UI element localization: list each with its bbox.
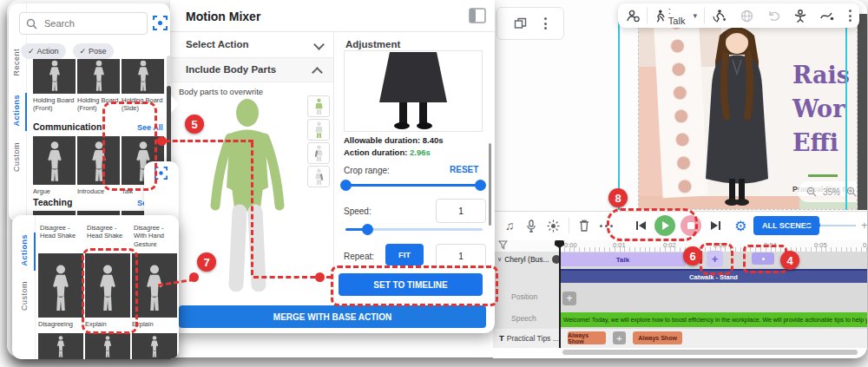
timeline-hscrollbar[interactable]: [562, 350, 858, 355]
crop-reset-button[interactable]: RESET: [450, 165, 478, 174]
tab-actions-2-indicator: [34, 233, 36, 271]
action-thumb[interactable]: [132, 333, 177, 359]
action-thumb-label: Introduce: [77, 187, 104, 195]
skip-end-button[interactable]: [704, 220, 727, 231]
search-bar[interactable]: [19, 12, 148, 35]
zoom-value: 35%: [823, 187, 840, 197]
body-part-left-arm-toggle[interactable]: [307, 142, 330, 164]
focus-mode-icon[interactable]: [153, 16, 168, 30]
slide-title-line2: Wor: [792, 92, 858, 126]
add-text-button[interactable]: +: [613, 331, 626, 344]
action-thumb-label: Holding Board (Front): [33, 96, 76, 113]
body-part-lower-toggle[interactable]: [307, 119, 330, 141]
crop-range-handle-left[interactable]: [340, 180, 352, 191]
chevron-down-icon: ∨: [497, 256, 502, 263]
crop-range-slider[interactable]: [345, 184, 483, 187]
app-screenshot: Rais Wor Effi Practical Tips to 35% : Ta…: [0, 0, 868, 367]
annotation-line: [251, 142, 253, 275]
layers-icon[interactable]: [514, 17, 527, 30]
speed-slider-handle[interactable]: [362, 224, 373, 235]
mixer-title: Motion Mixer: [186, 10, 260, 23]
more-options-icon[interactable]: [544, 17, 547, 29]
plus-icon: +: [566, 292, 572, 305]
body-part-right-arm-toggle[interactable]: [307, 166, 330, 187]
track-label-speech[interactable]: Speech: [511, 314, 536, 323]
action-thumb[interactable]: [33, 59, 76, 94]
clip-speech[interactable]: Welcome! Today, we will explore how to b…: [560, 312, 867, 327]
check-icon: ✓: [80, 47, 87, 56]
action-thumb-argue[interactable]: [33, 136, 76, 185]
slide-title-line3: Effi: [792, 126, 858, 160]
track-group-label: Cheryl (Bus...: [504, 255, 549, 264]
action-thumb-explain-2[interactable]: [132, 253, 177, 318]
action-select-dropdown[interactable]: : Talk ▾: [648, 5, 704, 26]
tab-recent[interactable]: Recent: [12, 49, 21, 76]
crop-range-handle-right[interactable]: [475, 180, 486, 191]
slide-canvas[interactable]: Rais Wor Effi Practical Tips to 35%: [638, 14, 858, 210]
track-label-text[interactable]: T Practical Tips ...: [499, 333, 559, 343]
annotation-line: [165, 140, 253, 142]
speed-input[interactable]: [436, 199, 486, 223]
chip-action[interactable]: ✓Action: [21, 43, 66, 59]
tab-actions-2[interactable]: Actions: [20, 234, 29, 266]
track-label-position[interactable]: Position: [511, 292, 537, 301]
timeline-settings-icon[interactable]: ⚙: [734, 218, 746, 234]
repeat-input[interactable]: [436, 244, 486, 268]
playhead-line[interactable]: [559, 240, 561, 348]
search-input[interactable]: [43, 17, 133, 29]
allowable-duration-label: Allowable duration:: [344, 135, 420, 145]
repeat-label: Repeat:: [344, 252, 374, 261]
action-thumb[interactable]: [122, 59, 164, 94]
clip-always-show-1[interactable]: Always Show: [568, 331, 606, 344]
zoom-out-icon[interactable]: [806, 187, 817, 197]
clip-talk[interactable]: Talk: [560, 252, 686, 266]
fit-button[interactable]: FIT: [385, 244, 424, 265]
canvas-mini-toolbar: [496, 7, 564, 40]
tab-custom-2[interactable]: Custom: [20, 281, 29, 311]
tab-actions[interactable]: Actions: [12, 95, 21, 127]
selection-handle-left[interactable]: [618, 17, 620, 210]
action-thumb-label: Argue: [33, 187, 50, 195]
select-action-label: Select Action: [186, 39, 248, 49]
panel-layout-icon[interactable]: [469, 8, 486, 23]
chip-pose-label: Pose: [89, 47, 107, 56]
motion-loop-icon[interactable]: [705, 9, 733, 23]
tab-custom[interactable]: Custom: [12, 142, 21, 172]
avatar-character[interactable]: [695, 20, 779, 209]
action-thumb[interactable]: [77, 59, 120, 94]
timeline-zoom-in-icon[interactable]: +: [861, 219, 867, 232]
timeline-zoom-handle[interactable]: [812, 221, 820, 229]
selection-handle-right[interactable]: [845, 17, 847, 210]
pose-icon[interactable]: [786, 9, 813, 23]
zoom-in-icon[interactable]: [846, 187, 857, 197]
action-thumb[interactable]: [38, 333, 83, 359]
include-body-parts-label: Include Body Parts: [186, 64, 276, 75]
music-icon[interactable]: ♫: [498, 219, 521, 233]
timeline-ruler[interactable]: 0:00 0:01 0:02 0:03 0:04 0:05 0:0: [493, 240, 867, 252]
toolbar-more-icon[interactable]: [841, 10, 860, 22]
mixer-scrollbar[interactable]: [489, 143, 491, 226]
slide-title-line1: Rais: [792, 58, 858, 92]
undo-icon[interactable]: [761, 10, 786, 22]
merge-base-action-button[interactable]: MERGE WITH BASE ACTION: [179, 305, 486, 328]
ruler-tick-label: 0:01: [613, 241, 626, 249]
chip-pose[interactable]: ✓Pose: [73, 43, 114, 59]
filter-icon[interactable]: [498, 240, 508, 250]
add-position-button[interactable]: +: [562, 292, 576, 305]
character-settings-icon[interactable]: [618, 10, 647, 23]
track-group-header[interactable]: ∨ Cheryl (Bus...: [497, 255, 561, 264]
speed-label: Speed:: [344, 206, 372, 216]
body-part-upper-toggle[interactable]: [307, 95, 330, 117]
select-action-header[interactable]: Select Action: [186, 39, 323, 49]
globe-icon[interactable]: [733, 10, 760, 23]
include-body-parts-header[interactable]: Include Body Parts: [170, 58, 333, 82]
action-thumb[interactable]: [85, 333, 130, 359]
microphone-icon[interactable]: [521, 220, 542, 233]
clip-always-show-2[interactable]: Always Show: [633, 331, 682, 344]
path-icon[interactable]: [813, 10, 840, 22]
caret-down-icon: ▾: [694, 11, 698, 20]
delete-icon[interactable]: [574, 220, 595, 232]
effects-icon[interactable]: [542, 220, 564, 233]
action-thumb-label: Disagree - Head Shake: [40, 224, 83, 240]
action-thumb-disagreeing[interactable]: [38, 253, 83, 318]
